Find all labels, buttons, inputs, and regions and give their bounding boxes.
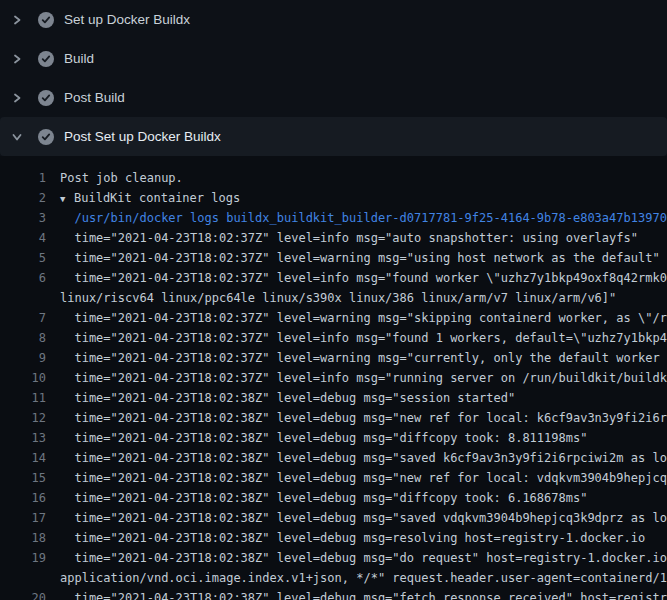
- log-text-content: time="2021-04-23T18:02:38Z" level=debug …: [60, 531, 645, 545]
- log-text: time="2021-04-23T18:02:37Z" level=warnin…: [46, 308, 667, 328]
- step-label: Post Build: [64, 90, 125, 105]
- log-text-content: time="2021-04-23T18:02:37Z" level=info m…: [60, 371, 667, 385]
- log-text-content: time="2021-04-23T18:02:37Z" level=info m…: [60, 331, 667, 345]
- line-number[interactable]: 3: [0, 208, 46, 228]
- log-line[interactable]: 6 time="2021-04-23T18:02:37Z" level=info…: [0, 268, 667, 288]
- line-number[interactable]: 2: [0, 188, 46, 208]
- log-text: time="2021-04-23T18:02:38Z" level=debug …: [46, 388, 667, 408]
- log-text-content: linux/riscv64 linux/ppc64le linux/s390x …: [60, 291, 616, 305]
- step-label: Build: [64, 51, 94, 66]
- log-text-content: application/vnd.oci.image.index.v1+json,…: [60, 571, 667, 585]
- log-line[interactable]: 19 time="2021-04-23T18:02:38Z" level=deb…: [0, 548, 667, 568]
- line-number[interactable]: 6: [0, 268, 46, 288]
- log-line-wrap[interactable]: application/vnd.oci.image.index.v1+json,…: [0, 568, 667, 588]
- line-number[interactable]: 14: [0, 448, 46, 468]
- log-line[interactable]: 1Post job cleanup.: [0, 168, 667, 188]
- line-number: [0, 568, 46, 588]
- step-label: Set up Docker Buildx: [64, 12, 190, 27]
- check-circle-icon: [38, 90, 54, 106]
- log-text-content: time="2021-04-23T18:02:38Z" level=debug …: [60, 431, 587, 445]
- check-circle-icon: [38, 51, 54, 67]
- chevron-right-icon[interactable]: [12, 15, 22, 25]
- log-lines: 1Post job cleanup.2▼BuildKit container l…: [0, 168, 667, 600]
- line-number[interactable]: 12: [0, 408, 46, 428]
- log-text: ▼BuildKit container logs: [46, 188, 667, 208]
- log-line[interactable]: 16 time="2021-04-23T18:02:38Z" level=deb…: [0, 488, 667, 508]
- log-group-collapse-icon[interactable]: ▼: [60, 189, 74, 208]
- log-text: application/vnd.oci.image.index.v1+json,…: [46, 568, 667, 588]
- log-text: time="2021-04-23T18:02:37Z" level=warnin…: [46, 248, 667, 268]
- line-number: [0, 288, 46, 308]
- log-text: time="2021-04-23T18:02:37Z" level=info m…: [46, 328, 667, 348]
- log-text-content: time="2021-04-23T18:02:38Z" level=debug …: [60, 551, 667, 565]
- log-text: time="2021-04-23T18:02:38Z" level=debug …: [46, 408, 667, 428]
- step-post-build[interactable]: Post Build: [0, 78, 667, 117]
- log-line[interactable]: 10 time="2021-04-23T18:02:37Z" level=inf…: [0, 368, 667, 388]
- line-number[interactable]: 20: [0, 588, 46, 600]
- line-number[interactable]: 16: [0, 488, 46, 508]
- log-line[interactable]: 18 time="2021-04-23T18:02:38Z" level=deb…: [0, 528, 667, 548]
- line-number[interactable]: 4: [0, 228, 46, 248]
- log-text-content: time="2021-04-23T18:02:38Z" level=debug …: [60, 391, 515, 405]
- log-text: time="2021-04-23T18:02:37Z" level=info m…: [46, 268, 667, 288]
- log-text-content: time="2021-04-23T18:02:38Z" level=debug …: [60, 471, 667, 485]
- line-number[interactable]: 9: [0, 348, 46, 368]
- log-text-content: time="2021-04-23T18:02:37Z" level=warnin…: [60, 311, 667, 325]
- line-number[interactable]: 8: [0, 328, 46, 348]
- log-line[interactable]: 13 time="2021-04-23T18:02:38Z" level=deb…: [0, 428, 667, 448]
- log-console[interactable]: 1Post job cleanup.2▼BuildKit container l…: [0, 156, 667, 600]
- line-number[interactable]: 7: [0, 308, 46, 328]
- line-number[interactable]: 13: [0, 428, 46, 448]
- log-line[interactable]: 7 time="2021-04-23T18:02:37Z" level=warn…: [0, 308, 667, 328]
- log-line[interactable]: 15 time="2021-04-23T18:02:38Z" level=deb…: [0, 468, 667, 488]
- log-line[interactable]: 5 time="2021-04-23T18:02:37Z" level=warn…: [0, 248, 667, 268]
- line-number[interactable]: 18: [0, 528, 46, 548]
- log-line[interactable]: 14 time="2021-04-23T18:02:38Z" level=deb…: [0, 448, 667, 468]
- log-text: time="2021-04-23T18:02:38Z" level=debug …: [46, 448, 667, 468]
- check-circle-icon: [38, 12, 54, 28]
- log-text: time="2021-04-23T18:02:38Z" level=debug …: [46, 588, 667, 600]
- log-line[interactable]: 11 time="2021-04-23T18:02:38Z" level=deb…: [0, 388, 667, 408]
- step-post-setup-docker-buildx[interactable]: Post Set up Docker Buildx: [0, 117, 667, 156]
- chevron-down-icon[interactable]: [12, 132, 22, 142]
- step-list: Set up Docker Buildx Build Post Build: [0, 0, 667, 156]
- line-number[interactable]: 5: [0, 248, 46, 268]
- log-line[interactable]: 8 time="2021-04-23T18:02:37Z" level=info…: [0, 328, 667, 348]
- log-text-content: time="2021-04-23T18:02:37Z" level=info m…: [60, 271, 667, 285]
- log-text-content: time="2021-04-23T18:02:38Z" level=debug …: [60, 591, 667, 600]
- line-number[interactable]: 10: [0, 368, 46, 388]
- log-text: time="2021-04-23T18:02:37Z" level=info m…: [46, 368, 667, 388]
- chevron-right-icon[interactable]: [12, 93, 22, 103]
- command-text: /usr/bin/docker logs buildx_buildkit_bui…: [46, 208, 667, 228]
- line-number[interactable]: 11: [0, 388, 46, 408]
- step-setup-docker-buildx[interactable]: Set up Docker Buildx: [0, 0, 667, 39]
- line-number[interactable]: 1: [0, 168, 46, 188]
- log-text: linux/riscv64 linux/ppc64le linux/s390x …: [46, 288, 667, 308]
- log-text-content: BuildKit container logs: [74, 191, 240, 205]
- log-text-content: Post job cleanup.: [60, 171, 183, 185]
- log-text: Post job cleanup.: [46, 168, 667, 188]
- log-line[interactable]: 17 time="2021-04-23T18:02:38Z" level=deb…: [0, 508, 667, 528]
- line-number[interactable]: 15: [0, 468, 46, 488]
- log-text-content: time="2021-04-23T18:02:38Z" level=debug …: [60, 511, 667, 525]
- line-number[interactable]: 19: [0, 548, 46, 568]
- actions-log-viewer: Set up Docker Buildx Build Post Build: [0, 0, 667, 600]
- log-text: time="2021-04-23T18:02:37Z" level=info m…: [46, 228, 667, 248]
- log-line[interactable]: 4 time="2021-04-23T18:02:37Z" level=info…: [0, 228, 667, 248]
- log-line[interactable]: 12 time="2021-04-23T18:02:38Z" level=deb…: [0, 408, 667, 428]
- log-text-content: time="2021-04-23T18:02:37Z" level=warnin…: [60, 351, 667, 365]
- log-line[interactable]: 20 time="2021-04-23T18:02:38Z" level=deb…: [0, 588, 667, 600]
- log-line[interactable]: 9 time="2021-04-23T18:02:37Z" level=warn…: [0, 348, 667, 368]
- step-build[interactable]: Build: [0, 39, 667, 78]
- chevron-right-icon[interactable]: [12, 54, 22, 64]
- log-text-content: time="2021-04-23T18:02:37Z" level=warnin…: [60, 251, 660, 265]
- line-number[interactable]: 17: [0, 508, 46, 528]
- check-circle-icon: [38, 129, 54, 145]
- log-text: time="2021-04-23T18:02:38Z" level=debug …: [46, 528, 667, 548]
- log-text-content: time="2021-04-23T18:02:37Z" level=info m…: [60, 231, 638, 245]
- log-line[interactable]: 3 /usr/bin/docker logs buildx_buildkit_b…: [0, 208, 667, 228]
- log-line[interactable]: 2▼BuildKit container logs: [0, 188, 667, 208]
- log-text: time="2021-04-23T18:02:38Z" level=debug …: [46, 468, 667, 488]
- log-line-wrap[interactable]: linux/riscv64 linux/ppc64le linux/s390x …: [0, 288, 667, 308]
- log-text: time="2021-04-23T18:02:38Z" level=debug …: [46, 548, 667, 568]
